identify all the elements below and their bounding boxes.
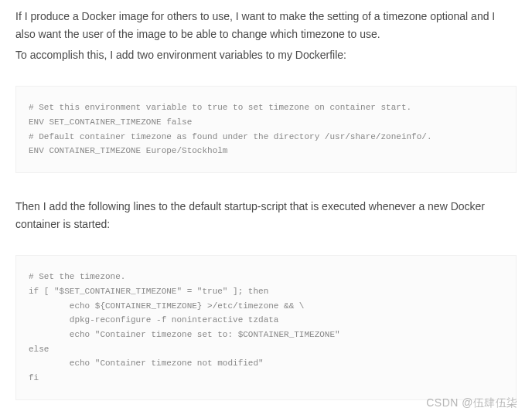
intro-paragraph-1: If I produce a Docker image for others t…	[15, 8, 517, 43]
intro-paragraph-2: To accomplish this, I add two environmen…	[15, 46, 517, 64]
middle-paragraph: Then I add the following lines to the de…	[15, 198, 517, 233]
middle-section: Then I add the following lines to the de…	[15, 198, 517, 233]
dockerfile-code-block: # Set this environment variable to true …	[15, 86, 517, 173]
startup-script-code-block: # Set the timezone. if [ "$SET_CONTAINER…	[15, 255, 517, 400]
intro-section: If I produce a Docker image for others t…	[15, 8, 517, 64]
